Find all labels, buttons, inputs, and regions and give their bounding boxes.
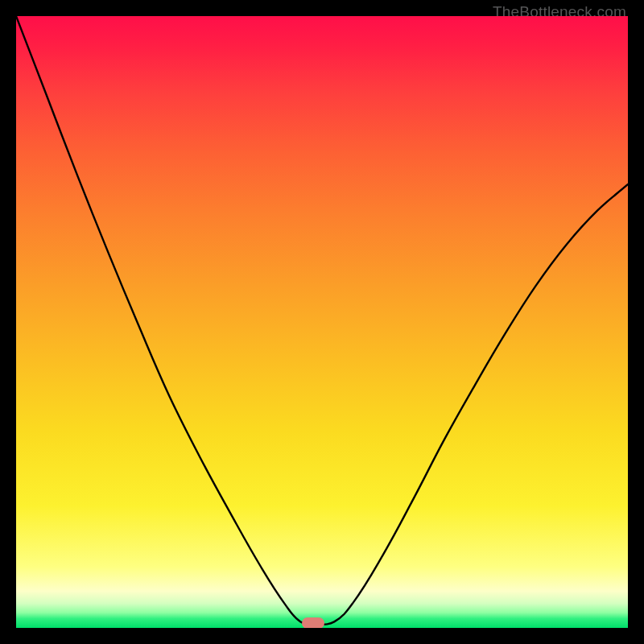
chart-frame: TheBottleneck.com	[0, 0, 644, 644]
curve-line	[16, 16, 628, 628]
plot-area	[16, 16, 628, 628]
optimal-marker	[302, 617, 324, 628]
